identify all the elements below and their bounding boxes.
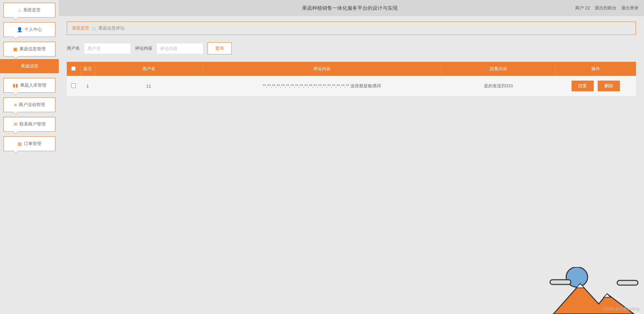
reply-button[interactable]: 回复 (572, 81, 594, 91)
col-username: 用户名 (95, 62, 202, 76)
nav-label: 订单管理 (24, 141, 41, 147)
page-title: 果蔬种植销售一体化服务平台的设计与实现 (125, 5, 575, 11)
cell-comment: **,**,**,**,**,**,**,**,**,**,**,**,**,*… (202, 76, 441, 96)
cell-index: 1 (80, 76, 95, 96)
sidebar: ⌂ 系统首页 👤 个人中心 ▣ 果蔬信息管理 果蔬信息 ▮▮ 果蔬入库管理 ≡ … (0, 0, 59, 314)
nav-contact[interactable]: ✉ 联系商户管理 (3, 117, 55, 132)
cell-username: 11 (95, 76, 202, 96)
username-input[interactable] (84, 43, 131, 54)
nav-profile[interactable]: 👤 个人中心 (3, 22, 55, 37)
fruit-info-icon: ▣ (13, 46, 17, 52)
data-table: 索引 用户名 评论内容 回复内容 操作 1 11 **,**,**,**,**,… (67, 62, 636, 96)
logout-link[interactable]: 退出登录 (621, 5, 639, 11)
stock-icon: ▮▮ (13, 83, 18, 88)
row-checkbox[interactable] (71, 83, 76, 88)
nav-orders[interactable]: ▤ 订单管理 (3, 136, 55, 151)
main: 果蔬种植销售一体化服务平台的设计与实现 商户 22 退出到前台 退出登录 系统首… (59, 0, 644, 314)
breadcrumb-sep-icon: ——— (92, 26, 96, 30)
watermark: CSDN @小蔡coding (603, 306, 639, 312)
col-comment: 评论内容 (202, 62, 441, 76)
col-reply: 回复内容 (441, 62, 555, 76)
nav-label: 果蔬信息管理 (19, 46, 46, 52)
nav-home[interactable]: ⌂ 系统首页 (3, 3, 55, 17)
home-icon: ⌂ (18, 7, 21, 13)
nav-label: 个人中心 (24, 27, 42, 33)
header: 果蔬种植销售一体化服务平台的设计与实现 商户 22 退出到前台 退出登录 (59, 0, 644, 16)
activity-icon: ≡ (14, 102, 16, 107)
contact-icon: ✉ (13, 122, 17, 127)
content-input[interactable] (156, 43, 203, 54)
delete-button[interactable]: 删除 (598, 81, 620, 91)
nav-stock[interactable]: ▮▮ 果蔬入库管理 (3, 78, 55, 93)
nav-label: 商户活动管理 (19, 102, 45, 108)
search-button[interactable]: 查询 (207, 42, 232, 54)
content-label: 评论内容 (135, 45, 152, 51)
user-label[interactable]: 商户 22 (575, 5, 590, 11)
table-row: 1 11 **,**,**,**,**,**,**,**,**,**,**,**… (67, 76, 636, 96)
nav-fruit-info[interactable]: ▣ 果蔬信息管理 (3, 42, 55, 56)
user-icon: 👤 (17, 27, 22, 32)
username-label: 用户名 (67, 45, 80, 51)
logout-front-link[interactable]: 退出到前台 (595, 5, 616, 11)
nav-label: 果蔬入库管理 (20, 82, 46, 88)
nav-sub-fruit-info[interactable]: 果蔬信息 (0, 59, 59, 73)
col-index: 索引 (80, 62, 95, 76)
nav-activity[interactable]: ≡ 商户活动管理 (3, 97, 55, 112)
nav-label: 系统首页 (23, 7, 41, 13)
nav-label: 联系商户管理 (19, 121, 46, 127)
cell-reply: 是的发送到333 (441, 76, 555, 96)
select-all-checkbox[interactable] (71, 66, 76, 71)
search-bar: 用户名 评论内容 查询 (67, 35, 636, 62)
breadcrumb: 系统首页 ——— 果蔬信息评论 (67, 21, 636, 35)
order-icon: ▤ (17, 141, 22, 146)
breadcrumb-home[interactable]: 系统首页 (72, 25, 89, 31)
col-operation: 操作 (555, 62, 636, 76)
breadcrumb-current: 果蔬信息评论 (98, 25, 125, 31)
